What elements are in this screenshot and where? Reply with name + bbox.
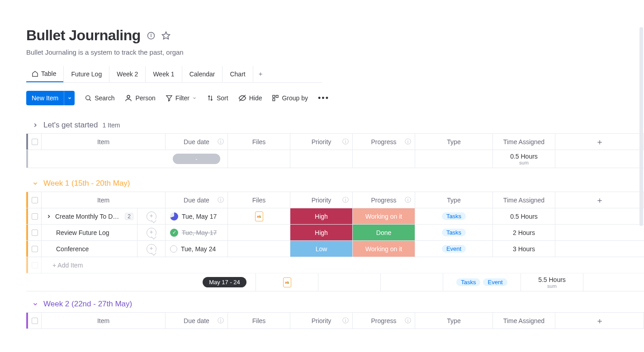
svg-rect-11 (273, 99, 275, 101)
info-icon[interactable]: ⓘ (405, 196, 411, 204)
info-icon[interactable] (147, 32, 155, 40)
person-filter-button[interactable]: Person (124, 94, 155, 102)
priority-status[interactable]: Low (290, 241, 352, 257)
type-tag[interactable]: Tasks (442, 212, 466, 220)
item-name[interactable]: Conference (56, 245, 89, 253)
col-type: Type (447, 197, 460, 204)
tab-week1[interactable]: Week 1 (145, 66, 181, 82)
type-tag: Event (483, 278, 507, 286)
col-due-date: Due date (184, 138, 209, 145)
info-icon[interactable]: ⓘ (218, 196, 224, 204)
new-item-dropdown[interactable] (64, 91, 75, 105)
progress-status[interactable]: Done (353, 225, 415, 240)
time-value[interactable]: 2 Hours (513, 229, 535, 236)
item-name[interactable]: Review Future Log (56, 229, 109, 236)
star-icon[interactable] (161, 31, 170, 40)
tab-label: Future Log (71, 70, 102, 78)
tab-chart[interactable]: Chart (222, 66, 252, 82)
col-priority: Priority (312, 138, 331, 145)
chevron-down-icon[interactable] (32, 180, 39, 187)
group-by-button[interactable]: Group by (272, 94, 308, 102)
more-options-button[interactable]: ••• (318, 94, 329, 103)
info-icon[interactable]: ⓘ (342, 317, 349, 325)
file-icon (283, 277, 291, 287)
tab-future-log[interactable]: Future Log (63, 66, 109, 82)
add-column-button[interactable]: ＋ (596, 136, 604, 147)
scrollbar[interactable] (639, 27, 643, 226)
view-tabs: Table Future Log Week 2 Week 1 Calendar … (26, 66, 322, 83)
tab-table[interactable]: Table (26, 66, 63, 82)
group-title[interactable]: Week 1 (15th - 20th May) (43, 179, 130, 188)
time-value[interactable]: 0.5 Hours (510, 213, 538, 220)
select-all-checkbox[interactable] (32, 318, 38, 324)
col-progress: Progress (371, 197, 396, 204)
table-row[interactable]: Review Future Log + ✓ Tue, May 17 High D… (26, 225, 644, 241)
row-checkbox[interactable] (32, 213, 38, 220)
progress-status[interactable]: Working on it (353, 241, 415, 257)
svg-rect-9 (273, 95, 275, 98)
progress-status[interactable]: Working on it (353, 208, 415, 224)
row-checkbox[interactable] (32, 230, 38, 236)
group-title[interactable]: Week 2 (22nd - 27th May) (43, 300, 132, 309)
info-icon[interactable]: ⓘ (218, 317, 224, 325)
tab-label: Table (41, 70, 56, 77)
date-summary-pill: - (173, 154, 220, 164)
done-check-icon: ✓ (170, 229, 178, 237)
col-priority: Priority (312, 197, 331, 204)
person-label: Person (135, 94, 155, 102)
info-icon[interactable]: ⓘ (218, 138, 224, 146)
add-item-label[interactable]: + Add Item (52, 262, 83, 269)
hide-button[interactable]: Hide (238, 94, 262, 102)
select-all-checkbox[interactable] (32, 197, 38, 203)
due-date[interactable]: Tue, May 17 (182, 229, 217, 236)
filter-button[interactable]: Filter (166, 94, 197, 102)
item-name[interactable]: Create Monthly To Do… (55, 213, 122, 220)
tab-label: Calendar (189, 70, 215, 78)
table-row[interactable]: Create Monthly To Do… 2 + Tue, May 17 Hi… (26, 208, 644, 225)
add-column-button[interactable]: ＋ (596, 315, 604, 326)
svg-marker-3 (162, 32, 170, 39)
file-icon[interactable] (255, 211, 263, 221)
col-item: Item (97, 317, 109, 324)
row-checkbox[interactable] (32, 246, 38, 252)
new-item-button[interactable]: New Item (26, 91, 64, 105)
type-tag[interactable]: Event (442, 245, 466, 253)
chevron-down-icon[interactable] (32, 300, 39, 308)
tab-label: Chart (230, 70, 245, 78)
group-title[interactable]: Let's get started (43, 121, 98, 130)
group-count: 1 Item (102, 122, 120, 129)
svg-point-6 (127, 95, 130, 98)
info-icon[interactable]: ⓘ (405, 138, 411, 146)
priority-status[interactable]: High (290, 225, 352, 240)
chevron-right-icon[interactable] (32, 122, 39, 129)
info-icon[interactable]: ⓘ (405, 317, 411, 325)
subitem-count: 2 (125, 213, 133, 220)
priority-status[interactable]: High (290, 208, 352, 224)
col-progress: Progress (371, 138, 396, 145)
sort-button[interactable]: Sort (207, 94, 228, 102)
add-column-button[interactable]: ＋ (596, 195, 604, 206)
add-item-row[interactable]: + Add Item (26, 257, 644, 273)
chat-icon[interactable]: + (147, 244, 156, 254)
row-checkbox (32, 262, 38, 268)
due-date[interactable]: Tue, May 17 (182, 213, 217, 220)
search-button[interactable]: Search (85, 94, 114, 102)
info-icon[interactable]: ⓘ (342, 138, 349, 146)
chat-icon[interactable]: + (147, 228, 156, 238)
tab-calendar[interactable]: Calendar (182, 66, 223, 82)
page-title: Bullet Journaling (26, 27, 141, 44)
table-row[interactable]: Conference + Tue, May 24 Low Working on … (26, 241, 644, 257)
tab-label: Week 2 (117, 70, 138, 78)
col-time: Time Assigned (503, 138, 545, 145)
info-icon[interactable]: ⓘ (342, 196, 349, 204)
add-view-button[interactable]: ＋ (253, 66, 268, 82)
col-progress: Progress (371, 317, 396, 324)
due-date[interactable]: Tue, May 24 (181, 245, 216, 253)
tab-week2[interactable]: Week 2 (109, 66, 145, 82)
type-tag[interactable]: Tasks (442, 229, 466, 236)
time-value[interactable]: 3 Hours (513, 245, 535, 253)
tab-label: Week 1 (153, 70, 174, 78)
chevron-right-icon[interactable] (45, 213, 52, 220)
select-all-checkbox[interactable] (32, 139, 38, 145)
chat-icon[interactable]: + (147, 211, 156, 221)
